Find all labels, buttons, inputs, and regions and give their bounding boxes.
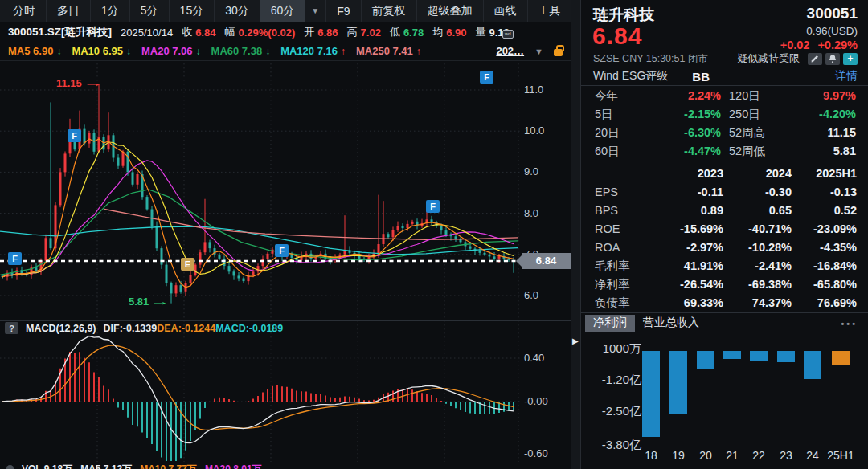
collapse-panel-icon[interactable]: ▶ bbox=[572, 336, 579, 345]
event-flag-F[interactable]: F bbox=[275, 244, 289, 257]
fin-cell: -0.11 bbox=[651, 183, 723, 202]
risk-tag[interactable]: 疑似减持受限 bbox=[737, 51, 800, 66]
net-profit-bar-19[interactable] bbox=[669, 351, 687, 414]
net-profit-bar-21[interactable] bbox=[723, 351, 741, 359]
fin-col-header: 2023 bbox=[651, 165, 723, 183]
esg-detail-link[interactable]: 详情 bbox=[835, 69, 858, 84]
vol-legend-text: MA5 7.12万 bbox=[80, 463, 132, 469]
last-price-tag: 6.84 bbox=[522, 253, 571, 269]
macd-title: MACD(12,26,9) bbox=[26, 323, 96, 334]
perf-value: -4.47% bbox=[641, 142, 721, 161]
fin-cell: 0.65 bbox=[723, 202, 792, 220]
perf-label: 20日 bbox=[595, 124, 641, 142]
bar-chart-ytick: -1.20亿 bbox=[585, 373, 641, 388]
fin-cell: -4.35% bbox=[792, 239, 857, 257]
net-profit-bar-20[interactable] bbox=[697, 351, 714, 369]
fin-cell: 74.37% bbox=[723, 294, 792, 312]
chart-workspace: 分时多日1分5分15分30分60分▼F9前复权超级叠加画线工具?› 300051… bbox=[0, 0, 571, 469]
vol-legend-text: VOL 9.18万 bbox=[22, 463, 72, 469]
macd-header: ? MACD(12,26,9) DIF:-0.1339 DEA:-0.1244 … bbox=[0, 321, 571, 335]
price-change: +0.02 bbox=[780, 39, 810, 51]
fin-row-label: 负债率 bbox=[595, 294, 651, 312]
fin-row-label: 净利率 bbox=[595, 275, 651, 294]
fin-col-header: 2024 bbox=[723, 165, 792, 183]
annotation-text: 11.15 bbox=[56, 77, 82, 89]
perf-value: -6.30% bbox=[641, 124, 721, 142]
bar-chart-ytick: -2.50亿 bbox=[585, 404, 641, 419]
price-extreme-annotation: 5.81→ bbox=[129, 296, 160, 308]
trading-terminal-window: 分时多日1分5分15分30分60分▼F9前复权超级叠加画线工具?› 300051… bbox=[0, 0, 868, 469]
net-profit-bar-25H1[interactable] bbox=[832, 351, 850, 365]
volume-settings-icon[interactable] bbox=[6, 465, 14, 469]
fin-cell: -0.30 bbox=[723, 183, 792, 202]
event-flag-F[interactable]: F bbox=[68, 129, 81, 142]
fin-cell: -15.69% bbox=[651, 220, 723, 239]
bar-chart-xtick: 25H1 bbox=[825, 449, 857, 462]
perf-label: 52周高 bbox=[721, 124, 791, 142]
fin-cell: -16.84% bbox=[792, 257, 857, 275]
fin-row-label: ROE bbox=[595, 220, 651, 239]
fin-corner bbox=[595, 165, 651, 183]
fin-col-header: 2025H1 bbox=[792, 165, 857, 183]
perf-value: -4.20% bbox=[791, 105, 856, 124]
fin-cell: -23.09% bbox=[792, 220, 857, 239]
fin-cell: 0.52 bbox=[792, 202, 857, 220]
fin-cell: -2.41% bbox=[723, 257, 792, 275]
help-icon[interactable]: ? bbox=[5, 322, 18, 334]
panel-separator[interactable] bbox=[0, 320, 571, 321]
vol-legend-text: MA20 8.01万 bbox=[205, 463, 262, 469]
more-menu-icon[interactable]: ••• bbox=[841, 319, 858, 328]
perf-value: 9.97% bbox=[791, 87, 856, 105]
event-flag-E[interactable]: E bbox=[181, 258, 194, 271]
event-flag-F[interactable]: F bbox=[426, 200, 440, 213]
add-to-watchlist-icon[interactable]: + bbox=[843, 53, 858, 65]
price-axis-tick: 11.0 bbox=[524, 84, 543, 96]
tab-净利润[interactable]: 净利润 bbox=[585, 315, 635, 332]
net-profit-bar-22[interactable] bbox=[750, 351, 768, 361]
esg-rating: BB bbox=[692, 70, 710, 84]
fin-row-label: ROA bbox=[595, 239, 651, 257]
exchange-status: SZSE CNY 15:30:51 闭市 bbox=[593, 52, 708, 66]
panel-divider[interactable]: ▶ bbox=[571, 0, 581, 469]
price-axis-tick: 10.0 bbox=[524, 124, 544, 137]
macd-value: MACD:-0.0189 bbox=[215, 323, 283, 334]
event-flag-F[interactable]: F bbox=[8, 252, 22, 265]
perf-label: 60日 bbox=[595, 142, 641, 161]
bar-chart-xtick: 24 bbox=[796, 449, 829, 462]
volume-pane-clipped: VOL 9.18万MA5 7.12万MA10 7.77万MA20 8.01万 bbox=[0, 463, 571, 469]
stock-code: 300051 bbox=[807, 5, 858, 26]
event-flag-F[interactable]: F bbox=[480, 71, 493, 84]
fin-cell: -69.38% bbox=[723, 275, 792, 294]
perf-label: 120日 bbox=[721, 87, 791, 105]
fin-cell: -10.28% bbox=[723, 239, 792, 257]
tab-营业总收入[interactable]: 营业总收入 bbox=[635, 315, 707, 332]
fin-cell: -65.80% bbox=[792, 275, 857, 294]
fin-cell: -0.13 bbox=[792, 183, 857, 202]
perf-value: 11.15 bbox=[791, 124, 856, 142]
fin-row-label: 毛利率 bbox=[595, 257, 651, 275]
net-profit-bar-24[interactable] bbox=[804, 351, 821, 379]
net-profit-bar-23[interactable] bbox=[777, 351, 795, 362]
perf-value: -2.15% bbox=[641, 105, 721, 124]
perf-value: 2.24% bbox=[641, 87, 721, 105]
financials-table: 202320242025H1EPS-0.11-0.30-0.13BPS0.890… bbox=[581, 165, 868, 312]
macd-dif-value: DIF:-0.1339 bbox=[104, 323, 158, 334]
fin-cell: 0.89 bbox=[651, 202, 723, 220]
fin-cell: -40.71% bbox=[723, 220, 792, 239]
price-change-pct: +0.29% bbox=[817, 39, 858, 51]
price-extreme-annotation: 11.15→ bbox=[56, 77, 93, 89]
fin-cell: -26.54% bbox=[651, 275, 723, 294]
alert-bell-icon[interactable] bbox=[825, 53, 840, 65]
arrow-right-icon: → bbox=[149, 296, 170, 308]
stock-info-panel: 琏升科技 300051 6.84 0.96(USD) +0.02 +0.29% … bbox=[581, 0, 868, 469]
perf-label: 今年 bbox=[595, 87, 641, 105]
usd-price: 0.96(USD) bbox=[806, 25, 858, 37]
macd-dea-value: DEA:-0.1244 bbox=[157, 323, 215, 334]
macd-axis-tick: 0.40 bbox=[524, 352, 544, 364]
macd-axis-tick: -0.60 bbox=[524, 447, 548, 459]
edit-icon[interactable] bbox=[808, 53, 822, 65]
bar-chart-ytick: 1000万 bbox=[585, 341, 641, 357]
price-axis-tick: 6.0 bbox=[524, 289, 538, 301]
esg-label: Wind ESG评级 bbox=[593, 69, 668, 84]
net-profit-bar-18[interactable] bbox=[642, 351, 660, 437]
